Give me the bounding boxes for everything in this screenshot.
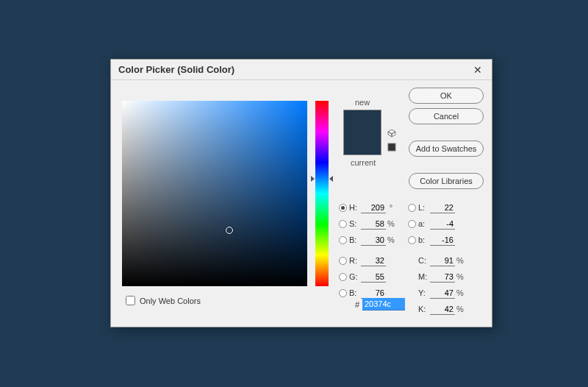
only-web-colors-label: Only Web Colors: [140, 297, 201, 305]
label-y: Y:: [418, 288, 430, 297]
svg-rect-0: [388, 143, 395, 151]
radio-bb[interactable]: [339, 236, 347, 244]
unit-pct-k: %: [455, 305, 465, 313]
unit-pct-m: %: [455, 272, 465, 281]
label-bb: B:: [349, 235, 361, 244]
only-web-colors-row[interactable]: Only Web Colors: [126, 296, 201, 305]
unit-pct-b: %: [386, 235, 396, 244]
hex-row: #: [339, 298, 405, 310]
label-k: K:: [418, 305, 430, 313]
input-lb[interactable]: [430, 234, 455, 246]
unit-degree: °: [386, 203, 396, 212]
color-libraries-button[interactable]: Color Libraries: [409, 173, 484, 189]
label-r: R:: [349, 256, 361, 265]
preview-new-color: [344, 110, 381, 132]
close-icon[interactable]: ✕: [471, 63, 484, 77]
label-g: G:: [349, 272, 361, 281]
color-field-cursor[interactable]: [226, 227, 233, 234]
input-c[interactable]: [430, 255, 455, 266]
input-y[interactable]: [430, 287, 455, 299]
input-a[interactable]: [430, 218, 455, 230]
label-m: M:: [418, 272, 430, 281]
dialog-body: new current OK Cancel Add to Swatches Co…: [111, 80, 492, 327]
new-label: new: [355, 98, 370, 107]
input-b2[interactable]: [361, 287, 386, 299]
dialog-title: Color Picker (Solid Color): [118, 64, 471, 75]
titlebar: Color Picker (Solid Color) ✕: [111, 60, 492, 80]
hue-slider[interactable]: [315, 101, 329, 286]
input-m[interactable]: [430, 271, 455, 283]
hex-input[interactable]: [362, 298, 405, 310]
label-lb: b:: [418, 235, 430, 244]
websafe-swatch-icon[interactable]: [387, 143, 398, 154]
gamut-warning-icons: [387, 129, 398, 157]
input-g[interactable]: [361, 271, 386, 283]
button-column: OK Cancel Add to Swatches Color Librarie…: [409, 88, 484, 189]
radio-s[interactable]: [339, 220, 347, 228]
only-web-colors-checkbox[interactable]: [126, 296, 135, 305]
color-picker-dialog: Color Picker (Solid Color) ✕ new current…: [110, 59, 492, 327]
hue-marker-right-icon: [329, 176, 333, 182]
radio-lb[interactable]: [408, 236, 416, 244]
input-h[interactable]: [361, 202, 386, 213]
radio-a[interactable]: [408, 220, 416, 228]
current-label: current: [351, 158, 376, 167]
label-l: L:: [418, 203, 430, 212]
radio-g[interactable]: [339, 273, 347, 281]
radio-h[interactable]: [339, 204, 347, 212]
input-r[interactable]: [361, 255, 386, 266]
color-field[interactable]: [122, 101, 307, 286]
unit-pct-s: %: [386, 219, 396, 228]
hue-marker-left-icon: [311, 176, 315, 182]
label-a: a:: [418, 219, 430, 228]
radio-l[interactable]: [408, 204, 416, 212]
preview-current-color[interactable]: [344, 132, 381, 155]
input-k[interactable]: [430, 303, 455, 315]
hash-label: #: [349, 300, 362, 309]
cube-icon[interactable]: [387, 129, 398, 140]
unit-pct-c: %: [455, 256, 465, 265]
input-bb[interactable]: [361, 234, 386, 246]
label-c: C:: [418, 256, 430, 265]
unit-pct-y: %: [455, 288, 465, 297]
add-to-swatches-button[interactable]: Add to Swatches: [409, 141, 484, 157]
ok-button[interactable]: OK: [409, 88, 484, 104]
input-l[interactable]: [430, 202, 455, 213]
color-preview: [343, 110, 381, 155]
cancel-button[interactable]: Cancel: [409, 108, 484, 124]
radio-b2[interactable]: [339, 289, 347, 297]
input-s[interactable]: [361, 218, 386, 230]
label-s: S:: [349, 219, 361, 228]
radio-r[interactable]: [339, 257, 347, 265]
label-b2: B:: [349, 288, 361, 297]
label-h: H:: [349, 203, 361, 212]
